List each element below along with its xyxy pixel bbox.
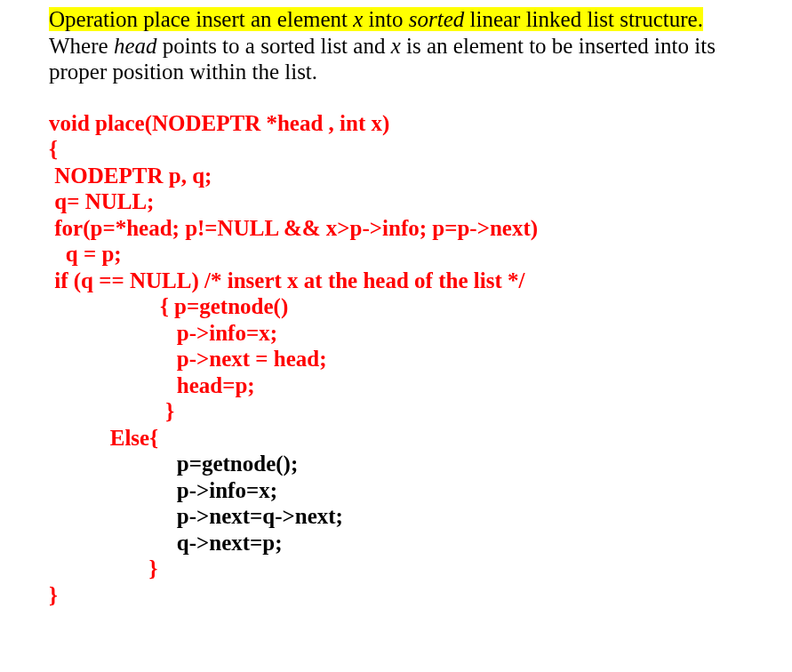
code-line-04: q= NULL; — [49, 189, 154, 213]
hl-text-post: linear linked list structure. — [464, 7, 703, 31]
code-line-15: p->info=x; — [49, 478, 277, 502]
plain-mid1: points to a sorted list and — [156, 34, 390, 58]
hl-var-x: x — [353, 7, 363, 31]
code-line-05: for(p=*head; p!=NULL && x>p->info; p=p->… — [49, 216, 538, 240]
code-line-16: p->next=q->next; — [49, 504, 343, 528]
plain-var-head: head — [114, 34, 157, 58]
code-block: void place(NODEPTR *head , int x) { NODE… — [49, 110, 792, 609]
plain-pre: Where — [49, 34, 114, 58]
intro-paragraph: Operation place insert an element x into… — [49, 6, 747, 85]
code-line-18: } — [49, 556, 157, 580]
code-line-06: q = p; — [49, 242, 122, 266]
hl-text-mid: into — [363, 7, 408, 31]
code-line-07: if (q == NULL) /* insert x at the head o… — [49, 268, 524, 292]
code-line-02: { — [49, 137, 58, 161]
code-line-10: p->next = head; — [49, 347, 327, 371]
plain-var-x: x — [391, 34, 401, 58]
code-line-01: void place(NODEPTR *head , int x) — [49, 111, 389, 135]
code-line-17: q->next=p; — [49, 531, 283, 555]
code-line-19: } — [49, 583, 58, 607]
code-line-08: { p=getnode() — [49, 294, 288, 318]
code-line-12: } — [49, 399, 174, 423]
document-page: Operation place insert an element x into… — [0, 0, 792, 672]
code-line-11: head=p; — [49, 373, 255, 397]
highlight-span: Operation place insert an element x into… — [49, 7, 703, 31]
hl-var-sorted: sorted — [409, 7, 465, 31]
code-line-13: Else{ — [49, 426, 158, 450]
hl-text-pre: Operation place insert an element — [49, 7, 353, 31]
code-line-03: NODEPTR p, q; — [49, 164, 212, 188]
code-line-09: p->info=x; — [49, 321, 277, 345]
code-line-14: p=getnode(); — [49, 452, 298, 476]
